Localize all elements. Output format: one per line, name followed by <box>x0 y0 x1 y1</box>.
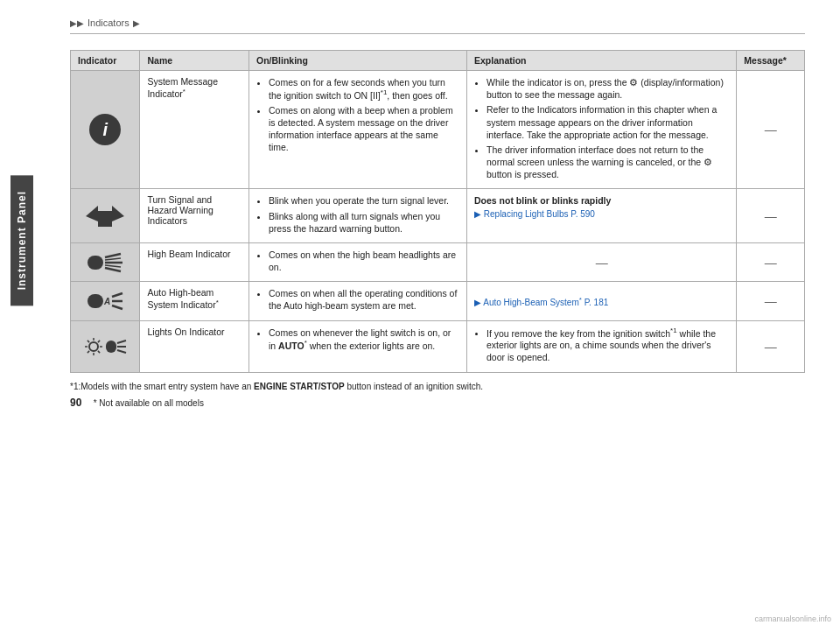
col-explanation: Explanation <box>467 51 737 71</box>
indicator-name-autobeam: Auto High-beam System Indicator* <box>147 287 218 310</box>
message-lightson: — <box>737 320 805 372</box>
table-row: Lights On Indicator Comes on whenever th… <box>71 320 805 372</box>
dash-lightson: — <box>765 340 777 354</box>
dash-highbeam: — <box>765 256 777 270</box>
svg-line-5 <box>105 258 121 260</box>
list-item: Blink when you operate the turn signal l… <box>269 194 459 207</box>
header-title: Indicators <box>88 18 130 28</box>
footnote-area: *1:Models with the smart entry system ha… <box>70 382 805 391</box>
dash-hazard: — <box>765 209 777 223</box>
replacing-bulbs-ref: ▶ Replacing Light Bulbs P. 590 <box>474 209 595 219</box>
onblink-hazard: Blink when you operate the turn signal l… <box>248 189 466 243</box>
icon-cell-hazard <box>71 189 140 243</box>
list-item: Blinks along with all turn signals when … <box>269 210 459 235</box>
indicator-name-system-message: System Message Indicator* <box>147 76 218 99</box>
dash-autobeam: — <box>765 294 777 308</box>
icon-cell-system-message: i <box>71 71 140 189</box>
name-cell-system-message: System Message Indicator* <box>140 71 249 189</box>
header-bar: ▶▶ Indicators ▶ <box>70 18 805 34</box>
dash-highbeam-explanation: — <box>596 256 608 270</box>
name-cell-highbeam: High Beam Indicator <box>140 242 249 281</box>
indicator-name-hazard: Turn Signal and Hazard Warning Indicator… <box>147 194 213 226</box>
indicator-name-highbeam: High Beam Indicator <box>147 249 230 259</box>
icon-cell-lightson <box>71 320 140 372</box>
list-item: While the indicator is on, press the ⚙ (… <box>486 76 729 101</box>
table-row: Turn Signal and Hazard Warning Indicator… <box>71 189 805 243</box>
indicator-name-lightson: Lights On Indicator <box>147 327 224 337</box>
message-autobeam: — <box>737 282 805 320</box>
lightson-icon <box>78 334 132 359</box>
icon-cell-highbeam <box>71 242 140 281</box>
header-arrows-left: ▶▶ <box>70 18 84 28</box>
name-cell-lightson: Lights On Indicator <box>140 320 249 372</box>
table-row: i System Message Indicator* Comes on for… <box>71 71 805 189</box>
col-indicator: Indicator <box>71 51 140 71</box>
list-item: Comes on for a few seconds when you turn… <box>269 76 459 102</box>
col-name: Name <box>140 51 249 71</box>
onblink-system-message: Comes on for a few seconds when you turn… <box>248 71 466 189</box>
name-cell-hazard: Turn Signal and Hazard Warning Indicator… <box>140 189 249 243</box>
col-message: Message* <box>737 51 805 71</box>
list-item: If you remove the key from the ignition … <box>486 327 729 364</box>
svg-rect-7 <box>88 294 103 308</box>
svg-line-6 <box>105 265 121 267</box>
onblink-autobeam: Comes on when all the operating conditio… <box>248 282 466 320</box>
dash-system-message: — <box>765 123 777 137</box>
message-hazard: — <box>737 189 805 243</box>
auto-highbeam-ref: ▶ Auto High-Beam System* P. 181 <box>474 298 608 307</box>
list-item: Comes on when the high beam headlights a… <box>269 249 459 273</box>
list-item: Comes on along with a beep when a proble… <box>269 104 459 154</box>
explanation-hazard: Does not blink or blinks rapidly ▶ Repla… <box>467 189 737 243</box>
svg-line-11 <box>112 305 122 309</box>
svg-line-17 <box>88 340 89 341</box>
svg-line-20 <box>88 350 89 352</box>
svg-line-23 <box>117 341 126 343</box>
list-item: Does not blink or blinks rapidly ▶ Repla… <box>474 194 729 220</box>
list-item: Comes on when all the operating conditio… <box>269 287 459 312</box>
autobeam-icon: A <box>78 289 132 313</box>
col-onblinking: On/Blinking <box>248 51 466 71</box>
name-cell-autobeam: Auto High-beam System Indicator* <box>140 282 249 320</box>
explanation-highbeam: — <box>467 242 737 281</box>
hazard-arrow-icon <box>78 204 132 228</box>
watermark: carmanualsonline.info <box>754 614 831 623</box>
explanation-lightson: If you remove the key from the ignition … <box>467 320 737 372</box>
list-item: The driver information interface does no… <box>486 144 729 181</box>
does-not-blink-text: Does not blink or blinks rapidly <box>474 195 611 206</box>
svg-text:A: A <box>103 297 110 306</box>
svg-line-3 <box>105 254 121 257</box>
icon-cell-autobeam: A <box>71 282 140 320</box>
message-highbeam: — <box>737 242 805 281</box>
highbeam-icon <box>78 250 132 275</box>
page-number: 90 * Not available on all models <box>70 397 805 409</box>
svg-line-18 <box>98 350 100 352</box>
info-icon: i <box>89 114 121 145</box>
svg-point-12 <box>89 342 98 351</box>
list-item: Comes on whenever the light switch is on… <box>269 327 459 352</box>
table-row: High Beam Indicator Comes on when the hi… <box>71 242 805 281</box>
table-row: A Auto High-beam System Indicator* Comes… <box>71 282 805 320</box>
indicators-table: Indicator Name On/Blinking Explanation M… <box>70 50 805 373</box>
svg-line-10 <box>112 293 122 297</box>
svg-rect-1 <box>88 256 103 270</box>
footnote-star1: *1:Models with the smart entry system ha… <box>70 382 805 391</box>
onblink-lightson: Comes on whenever the light switch is on… <box>248 320 466 372</box>
list-item: Refer to the Indicators information in t… <box>486 103 729 141</box>
svg-line-4 <box>105 268 121 271</box>
explanation-system-message: While the indicator is on, press the ⚙ (… <box>467 71 737 189</box>
header-arrows-right: ▶ <box>133 18 140 28</box>
side-label: Instrument Panel <box>10 175 33 305</box>
svg-rect-21 <box>106 341 116 353</box>
explanation-autobeam: ▶ Auto High-Beam System* P. 181 <box>467 282 737 320</box>
svg-marker-0 <box>86 206 124 227</box>
svg-line-19 <box>98 340 100 341</box>
onblink-highbeam: Comes on when the high beam headlights a… <box>248 242 466 281</box>
footnote-star: * Not available on all models <box>94 398 204 408</box>
message-system-message: — <box>737 71 805 189</box>
svg-line-24 <box>117 350 126 353</box>
